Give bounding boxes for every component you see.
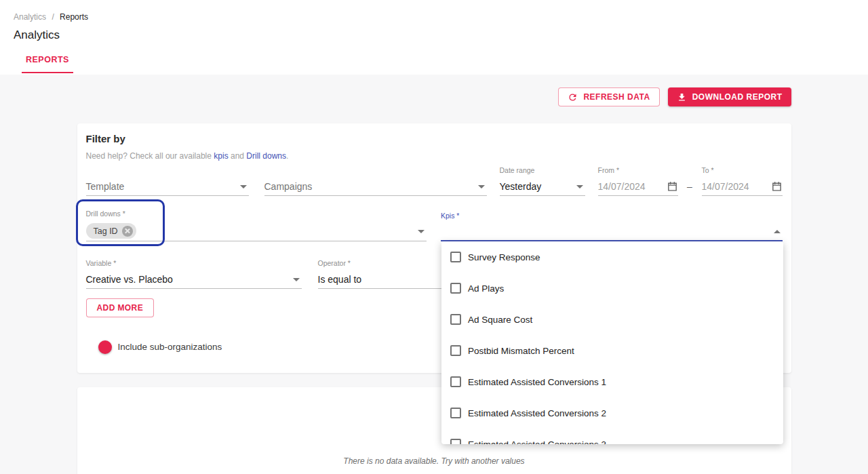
kpi-option-label: Estimated Assisted Conversions 3: [468, 439, 606, 445]
breadcrumb: Analytics / Reports: [14, 12, 854, 22]
checkbox-icon[interactable]: [450, 439, 461, 444]
chevron-down-icon: [240, 185, 247, 189]
drill-downs-label: Drill downs *: [86, 210, 427, 218]
top-header: Analytics / Reports Analytics REPORTS: [0, 0, 868, 75]
date-range-value: Yesterday: [500, 181, 542, 192]
tab-reports[interactable]: REPORTS: [22, 55, 73, 73]
chip-label: Tag ID: [94, 226, 118, 236]
kpis-link[interactable]: kpis: [214, 151, 228, 161]
checkbox-icon[interactable]: [450, 408, 461, 418]
kpi-option-label: Survey Response: [468, 252, 540, 262]
campaigns-select[interactable]: Campaigns: [264, 178, 487, 196]
breadcrumb-separator: /: [52, 12, 54, 22]
checkbox-icon[interactable]: [450, 283, 461, 294]
download-report-label: DOWNLOAD REPORT: [692, 92, 783, 102]
page-title: Analytics: [14, 28, 854, 42]
template-placeholder: Template: [86, 181, 125, 192]
kpi-option[interactable]: Ad Square Cost: [441, 304, 783, 335]
from-date-value: 14/07/2024: [598, 181, 646, 192]
help-suffix: .: [286, 151, 288, 161]
from-date-label: From *: [598, 166, 678, 174]
kpi-option-label: Ad Square Cost: [468, 315, 532, 325]
include-sub-organizations-toggle[interactable]: [87, 342, 110, 352]
checkbox-icon[interactable]: [450, 376, 461, 387]
breadcrumb-analytics[interactable]: Analytics: [14, 12, 46, 22]
chevron-down-icon: [418, 230, 425, 233]
calendar-icon[interactable]: [771, 180, 783, 195]
help-prefix: Need help? Check all our available: [86, 151, 214, 161]
date-range-select[interactable]: Yesterday: [500, 178, 585, 196]
close-icon[interactable]: [122, 226, 133, 237]
empty-state-message: There is no data available. Try with ano…: [77, 456, 791, 466]
download-report-button[interactable]: DOWNLOAD REPORT: [668, 87, 791, 106]
toolbar: REFRESH DATA DOWNLOAD REPORT: [77, 75, 791, 106]
kpi-option-label: Estimated Assisted Conversions 2: [468, 408, 606, 418]
to-date-input[interactable]: 14/07/2024: [702, 178, 783, 196]
kpi-option[interactable]: Estimated Assisted Conversions 2: [441, 397, 783, 429]
checkbox-icon[interactable]: [450, 252, 461, 262]
template-select[interactable]: Template: [86, 178, 249, 196]
filter-card-title: Filter by: [86, 133, 783, 144]
chevron-up-icon: [774, 230, 781, 233]
kpi-option-label: Ad Plays: [468, 283, 504, 294]
chevron-down-icon: [478, 185, 485, 189]
kpi-option[interactable]: Estimated Assisted Conversions 3: [441, 429, 783, 444]
variable-label: Variable *: [86, 259, 302, 267]
campaigns-placeholder: Campaigns: [264, 181, 313, 192]
chevron-down-icon: [293, 278, 300, 281]
kpis-label: Kpis *: [441, 212, 783, 220]
help-and: and: [229, 151, 247, 161]
kpi-option[interactable]: Postbid Mismatch Percent: [441, 335, 783, 366]
kpis-select[interactable]: [441, 223, 783, 241]
calendar-icon[interactable]: [667, 180, 678, 195]
chevron-down-icon: [576, 185, 583, 189]
variable-value: Creative vs. Placebo: [86, 274, 173, 285]
kpi-option-label: Postbid Mismatch Percent: [468, 346, 574, 356]
kpis-dropdown-panel: Survey Response Ad Plays Ad Square Cost …: [441, 241, 783, 444]
drill-downs-chip: Tag ID: [86, 223, 136, 239]
date-range-dash: –: [678, 181, 702, 196]
to-date-label: To *: [702, 166, 783, 174]
variable-select[interactable]: Creative vs. Placebo: [86, 271, 302, 289]
breadcrumb-reports: Reports: [60, 12, 88, 22]
from-date-input[interactable]: 14/07/2024: [598, 178, 678, 196]
refresh-data-label: REFRESH DATA: [583, 92, 650, 102]
checkbox-icon[interactable]: [450, 314, 461, 325]
tab-bar: REPORTS: [22, 53, 854, 73]
to-date-value: 14/07/2024: [702, 181, 749, 192]
date-range-label: Date range: [500, 166, 585, 174]
kpi-option[interactable]: Survey Response: [441, 241, 783, 273]
kpi-option-label: Estimated Assisted Conversions 1: [468, 377, 606, 387]
operator-value: Is equal to: [318, 274, 362, 285]
toggle-knob: [98, 340, 112, 354]
refresh-data-button[interactable]: REFRESH DATA: [558, 87, 659, 106]
refresh-icon: [568, 92, 578, 102]
help-text: Need help? Check all our available kpis …: [86, 151, 783, 161]
drill-downs-select[interactable]: Tag ID: [86, 221, 427, 241]
download-icon: [677, 92, 687, 102]
add-more-button[interactable]: ADD MORE: [86, 298, 155, 317]
kpi-option[interactable]: Estimated Assisted Conversions 1: [441, 366, 783, 397]
include-sub-organizations-label: Include sub-organizations: [118, 342, 222, 352]
checkbox-icon[interactable]: [450, 345, 461, 356]
drill-downs-link[interactable]: Drill downs: [246, 151, 286, 161]
kpi-option[interactable]: Ad Plays: [441, 273, 783, 304]
